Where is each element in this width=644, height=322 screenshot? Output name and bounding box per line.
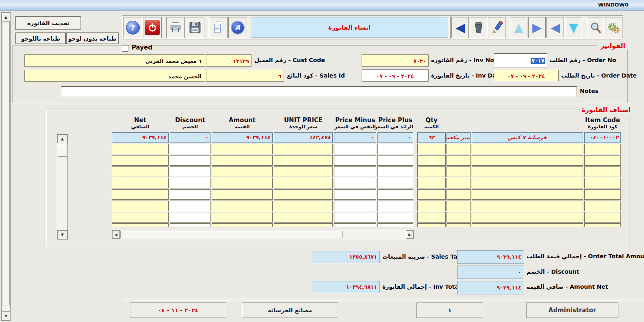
arrow-right-icon: ▶ xyxy=(532,22,542,34)
item-row-selected[interactable]: ٩٠٣٩,١١٤٠٩٠٣٩,١١٤١٤٣,٤٧٨٠٠٦٣متر مكعبخرسا… xyxy=(112,132,621,143)
undo-button[interactable]: ◀ xyxy=(451,17,469,38)
order-total-field[interactable]: ٩٠٣٩,١١٤ xyxy=(457,250,524,264)
invoice-date-field[interactable]: ٢٠٢٤ - ٠٩ - ٠٧ xyxy=(362,69,429,82)
customer-code-field[interactable]: ١٣١٣٩ xyxy=(206,54,252,67)
delete-button[interactable] xyxy=(470,17,487,38)
statusbar-user-panel: Administrator xyxy=(526,303,618,318)
scroll-down-icon[interactable]: ▼ xyxy=(2,311,10,320)
payed-checkbox[interactable] xyxy=(122,45,128,52)
column-header-item-code: Item Codeكود الفاتورة xyxy=(584,117,621,130)
copy-button[interactable] xyxy=(209,17,228,38)
table-row[interactable] xyxy=(112,189,621,200)
window-vertical-scrollbar[interactable]: ▲ ▼ xyxy=(1,12,11,321)
discount-total-label: الخصم - Discount xyxy=(527,268,579,275)
search-icon xyxy=(590,22,602,34)
main-toolbar: ? xyxy=(122,15,450,39)
cell-item-name[interactable]: خرسانة ٧ كيس xyxy=(472,132,583,143)
scrollbar-track[interactable] xyxy=(2,306,10,311)
printer-icon xyxy=(169,22,182,34)
customer-name-field[interactable]: ٦ معيض محمد القرني xyxy=(24,54,205,67)
invoice-total-field[interactable]: ١٠٣٩٤,٩٨١١ xyxy=(311,281,380,293)
grid-horizontal-scrollbar[interactable]: ◀ ▶ xyxy=(112,230,414,239)
triangle-down-icon: ▼ xyxy=(569,22,578,34)
window-title: WINDOW0 xyxy=(598,2,629,8)
sales-tax-field[interactable]: ١٣٥٥,٨٦٧١ xyxy=(311,251,380,263)
customer-code-label: رقم العميل - Cust Code xyxy=(254,57,325,63)
items-group-title: اصناف الفاتورة xyxy=(578,106,634,114)
scrollbar-thumb[interactable] xyxy=(58,144,67,157)
column-header-price-plus: Price Plusالزائد في السعر xyxy=(377,117,413,130)
settings-button[interactable] xyxy=(605,17,622,38)
scroll-down-icon[interactable]: ▼ xyxy=(57,230,67,239)
items-grid: Netالصافي Discountالخصم Amountالقيمة UNI… xyxy=(112,117,621,227)
column-header-amount: Amountالقيمة xyxy=(212,117,273,130)
cell-discount[interactable]: ٠ xyxy=(170,132,210,143)
font-button[interactable]: A xyxy=(228,17,247,38)
grid-vertical-scrollbar[interactable]: ▲ ▼ xyxy=(57,134,68,240)
first-record-button[interactable]: ▲ xyxy=(510,17,527,38)
payed-label: Payed xyxy=(132,44,152,51)
arrow-left-icon: ◀ xyxy=(551,22,560,34)
column-header-qty: Qtyالكمية xyxy=(417,117,446,130)
table-row[interactable] xyxy=(112,212,621,223)
print-button[interactable] xyxy=(166,17,185,38)
table-row[interactable] xyxy=(112,178,621,188)
discount-total-field[interactable]: ٠ xyxy=(457,266,524,279)
sales-tax-label: ضريبة المبيعات - Sales Tax xyxy=(382,253,461,260)
invoice-number-label: رقم الفاتورة - Inv No xyxy=(431,57,494,63)
form-title: انشاء الفاتورة xyxy=(251,17,448,38)
cell-unit[interactable]: متر مكعب xyxy=(447,132,471,143)
triangle-up-icon: ▲ xyxy=(514,22,523,34)
next-record-button[interactable]: ▶ xyxy=(528,17,546,38)
order-number-input[interactable]: ٧٠١٧ xyxy=(494,53,547,67)
scroll-right-icon[interactable]: ▶ xyxy=(406,230,414,239)
invoice-total-label: إجمالي الفاتورة - Inv Total xyxy=(382,283,461,290)
cell-price-minus[interactable]: ٠ xyxy=(334,132,376,143)
amount-net-field[interactable]: ٩٠٣٩,١١٤ xyxy=(457,281,524,294)
table-row[interactable] xyxy=(112,166,621,177)
invoices-group-title: الفواتير xyxy=(597,42,629,50)
column-header-net: Netالصافي xyxy=(112,117,169,130)
order-number-label: رقم الطلب - Order No xyxy=(549,57,616,63)
salesman-id-label: كود البائع - Sales Id xyxy=(287,72,345,79)
column-header-unit-price: UNIT PRICEسعر الوحدة xyxy=(274,117,333,130)
edit-button[interactable] xyxy=(488,17,505,38)
amount-net-label: صافي القيمة - Amount Net xyxy=(527,283,608,290)
exit-button[interactable] xyxy=(143,17,162,38)
title-bar[interactable]: WINDOW0 xyxy=(0,0,644,11)
cell-unit-price[interactable]: ١٤٣,٤٧٨ xyxy=(274,132,333,143)
cell-qty[interactable]: ٦٣ xyxy=(417,132,446,143)
last-record-button[interactable]: ▼ xyxy=(565,17,582,38)
scrollbar-track[interactable] xyxy=(343,230,406,239)
scrollbar-thumb[interactable] xyxy=(2,22,10,305)
previous-record-button[interactable]: ◀ xyxy=(546,17,564,38)
invoice-number-field[interactable]: ٧٠٣٠ xyxy=(362,54,429,67)
cell-amount[interactable]: ٩٠٣٩,١١٤ xyxy=(212,132,273,143)
scroll-up-icon[interactable]: ▲ xyxy=(57,134,67,143)
save-button[interactable] xyxy=(186,17,204,38)
scrollbar-track[interactable] xyxy=(57,157,67,230)
table-row[interactable] xyxy=(112,144,621,154)
cell-price-plus[interactable]: ٠ xyxy=(377,132,413,143)
pencil-icon xyxy=(491,21,503,34)
cell-item-code[interactable]: ٠٤٠٠١٠٠٠٢ xyxy=(584,132,621,143)
scroll-up-icon[interactable]: ▲ xyxy=(2,13,10,22)
scroll-left-icon[interactable]: ◀ xyxy=(112,230,120,239)
help-icon: ? xyxy=(126,21,140,35)
order-date-field[interactable]: ٢٠٢٤ - ٠٩ - ٠٧ xyxy=(494,70,559,81)
notes-input[interactable] xyxy=(61,86,577,97)
font-icon: A xyxy=(231,21,245,35)
update-invoice-button[interactable]: تحديث الفاتورة xyxy=(15,16,81,30)
table-row[interactable] xyxy=(112,155,621,166)
help-button[interactable]: ? xyxy=(124,17,142,38)
save-icon xyxy=(189,22,201,34)
print-with-logo-button[interactable]: طباعة باللوجو xyxy=(15,32,66,44)
salesman-name-field[interactable]: الحسن محمد xyxy=(24,70,205,82)
table-row[interactable] xyxy=(112,201,621,211)
table-row[interactable] xyxy=(112,223,621,227)
print-without-logo-button[interactable]: طباعة بدون لوجو xyxy=(66,32,119,44)
scrollbar-thumb[interactable] xyxy=(120,231,343,238)
cell-net[interactable]: ٩٠٣٩,١١٤ xyxy=(112,132,169,143)
search-button[interactable] xyxy=(587,17,604,38)
salesman-id-field[interactable]: ٦ xyxy=(206,70,284,82)
